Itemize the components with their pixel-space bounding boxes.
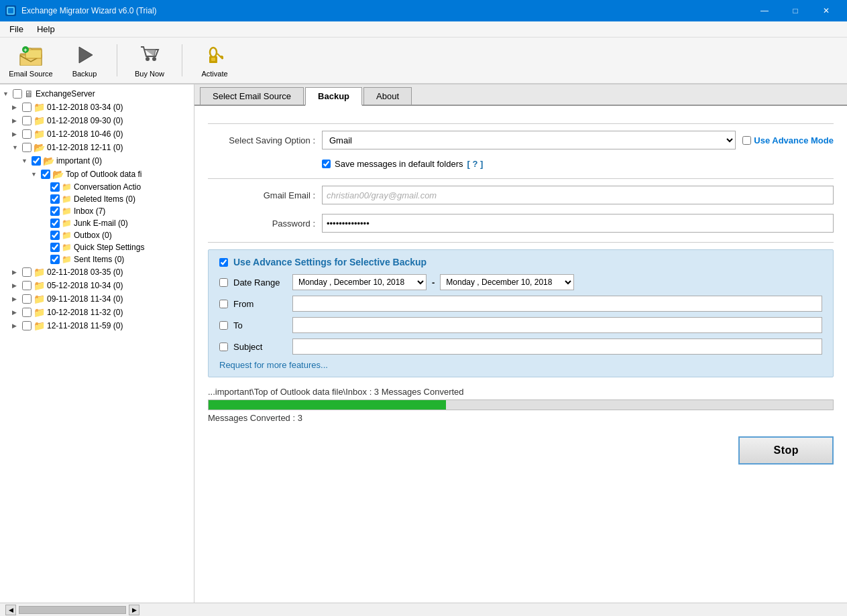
- chevron-down-icon-imp[interactable]: ▼: [21, 158, 30, 164]
- tree-check-root[interactable]: [13, 89, 22, 99]
- chevron-right9[interactable]: ▶: [12, 322, 20, 329]
- computer-icon: 🖥: [24, 88, 34, 99]
- tree-check-quick[interactable]: [50, 243, 60, 252]
- tree-expand-root[interactable]: ▼: [3, 90, 11, 97]
- toolbar-buy-now-button[interactable]: Buy Now: [125, 41, 174, 80]
- progress-bar-outer: [208, 399, 834, 410]
- tree-item-conversation[interactable]: 📁 Conversation Actio: [0, 181, 194, 193]
- date-end-select[interactable]: Monday , December 10, 2018: [440, 274, 574, 290]
- to-input[interactable]: [292, 317, 822, 333]
- advance-mode-checkbox[interactable]: [742, 136, 751, 145]
- tree-label-folder8: 10-12-2018 11-32 (0): [47, 308, 123, 317]
- date-start-select[interactable]: Monday , December 10, 2018: [292, 274, 427, 290]
- tree-check-folder8[interactable]: [22, 308, 32, 317]
- request-features-link[interactable]: Request for more features...: [219, 360, 328, 370]
- scrollbar-thumb[interactable]: [19, 606, 126, 614]
- advanced-title-text: Use Advance Settings for Selective Backu…: [233, 257, 427, 267]
- subject-checkbox[interactable]: [219, 343, 228, 351]
- to-checkbox[interactable]: [219, 321, 228, 330]
- advanced-settings-checkbox[interactable]: [219, 258, 228, 267]
- maximize-button[interactable]: □: [780, 0, 811, 21]
- advance-mode-check: Use Advance Mode: [742, 135, 834, 145]
- tree-check-folder2[interactable]: [22, 116, 32, 125]
- tree-check-deleted[interactable]: [50, 194, 60, 204]
- tree-check-top[interactable]: [41, 170, 50, 179]
- tree-check-conv[interactable]: [50, 182, 60, 192]
- tab-backup[interactable]: Backup: [305, 87, 362, 106]
- tree-check-folder1[interactable]: [22, 103, 32, 112]
- tree-item-folder1[interactable]: ▶ 📁 01-12-2018 03-34 (0): [0, 101, 194, 114]
- toolbar-backup-label: Backup: [72, 70, 97, 78]
- tree-root-label: ExchangeServer: [36, 89, 95, 99]
- saving-option-select[interactable]: Gmail Office 365 Hotmail Yahoo Other: [322, 131, 736, 149]
- password-input[interactable]: [322, 214, 834, 233]
- minimize-button[interactable]: —: [749, 0, 780, 21]
- from-label: From: [233, 299, 287, 309]
- activate-icon: [203, 43, 227, 67]
- tree-check-folder4[interactable]: [22, 143, 32, 152]
- toolbar-email-source-button[interactable]: + Email Source: [7, 41, 55, 80]
- chevron-right-icon2[interactable]: ▶: [12, 117, 20, 124]
- progress-section: ...important\Top of Outlook data file\In…: [208, 387, 834, 423]
- chevron-right-icon3[interactable]: ▶: [12, 131, 20, 137]
- toolbar-activate-button[interactable]: Activate: [190, 41, 239, 80]
- tree-item-outbox[interactable]: 📁 Outbox (0): [0, 229, 194, 241]
- tree-check-folder6[interactable]: [22, 281, 32, 290]
- save-default-checkbox[interactable]: [322, 160, 331, 168]
- menu-help[interactable]: Help: [30, 23, 62, 36]
- date-range-checkbox[interactable]: [219, 278, 228, 287]
- chevron-right5[interactable]: ▶: [12, 269, 20, 275]
- gmail-email-input[interactable]: [322, 186, 834, 204]
- chevron-down-icon-top[interactable]: ▼: [31, 171, 39, 178]
- tree-item-folder4[interactable]: ▼ 📂 01-12-2018 12-11 (0): [0, 141, 194, 154]
- tree-check-important[interactable]: [32, 156, 41, 166]
- tree-check-folder7[interactable]: [22, 294, 32, 304]
- chevron-right6[interactable]: ▶: [12, 282, 20, 289]
- tree-check-inbox[interactable]: [50, 206, 60, 216]
- from-input[interactable]: [292, 296, 822, 312]
- email-source-icon: +: [19, 43, 43, 67]
- tree-item-quick[interactable]: 📁 Quick Step Settings: [0, 241, 194, 253]
- tree-item-junk[interactable]: 📁 Junk E-mail (0): [0, 217, 194, 229]
- tree-item-folder3[interactable]: ▶ 📁 01-12-2018 10-46 (0): [0, 127, 194, 141]
- tree-item-sent[interactable]: 📁 Sent Items (0): [0, 253, 194, 265]
- menu-file[interactable]: File: [3, 23, 30, 36]
- tree-check-folder3[interactable]: [22, 129, 32, 139]
- chevron-right-icon[interactable]: ▶: [12, 104, 20, 111]
- tree-item-folder2[interactable]: ▶ 📁 01-12-2018 09-30 (0): [0, 114, 194, 127]
- tree-item-folder8[interactable]: ▶ 📁 10-12-2018 11-32 (0): [0, 306, 194, 319]
- tree-check-folder5[interactable]: [22, 267, 32, 277]
- from-checkbox[interactable]: [219, 300, 228, 308]
- tree-item-important[interactable]: ▼ 📂 important (0): [0, 154, 194, 168]
- tab-select-email-source[interactable]: Select Email Source: [200, 87, 304, 105]
- tree-item-folder9[interactable]: ▶ 📁 12-11-2018 11-59 (0): [0, 319, 194, 332]
- tree-item-deleted[interactable]: 📁 Deleted Items (0): [0, 193, 194, 205]
- tree-item-folder7[interactable]: ▶ 📁 09-11-2018 11-34 (0): [0, 292, 194, 306]
- folder-icon2: 📁: [34, 115, 45, 126]
- svg-rect-1: [8, 8, 13, 13]
- divider-adv: [208, 242, 834, 243]
- tab-about[interactable]: About: [363, 87, 412, 105]
- tree-label-folder6: 05-12-2018 10-34 (0): [47, 281, 123, 290]
- scroll-left-button[interactable]: ◀: [5, 605, 16, 615]
- tree-root[interactable]: ▼ 🖥 ExchangeServer: [0, 87, 194, 101]
- chevron-right8[interactable]: ▶: [12, 309, 20, 316]
- tree-check-outbox[interactable]: [50, 231, 60, 240]
- tree-check-folder9[interactable]: [22, 321, 32, 330]
- tree-label-folder4: 01-12-2018 12-11 (0): [47, 143, 123, 152]
- subject-input[interactable]: [292, 338, 822, 355]
- tree-item-folder5[interactable]: ▶ 📁 02-11-2018 03-35 (0): [0, 265, 194, 279]
- chevron-down-icon4[interactable]: ▼: [12, 144, 20, 151]
- stop-button[interactable]: Stop: [738, 436, 834, 465]
- toolbar-backup-button[interactable]: Backup: [60, 41, 109, 80]
- advance-mode-label[interactable]: Use Advance Mode: [754, 135, 834, 145]
- help-link[interactable]: [ ? ]: [467, 159, 484, 169]
- chevron-right7[interactable]: ▶: [12, 296, 20, 302]
- tree-item-inbox[interactable]: 📁 Inbox (7): [0, 205, 194, 217]
- close-button[interactable]: ✕: [811, 0, 842, 21]
- tree-item-top-outlook[interactable]: ▼ 📂 Top of Outlook data fi: [0, 168, 194, 181]
- scroll-right-button[interactable]: ▶: [129, 605, 139, 615]
- tree-check-junk[interactable]: [50, 219, 60, 228]
- tree-item-folder6[interactable]: ▶ 📁 05-12-2018 10-34 (0): [0, 279, 194, 292]
- tree-check-sent[interactable]: [50, 255, 60, 264]
